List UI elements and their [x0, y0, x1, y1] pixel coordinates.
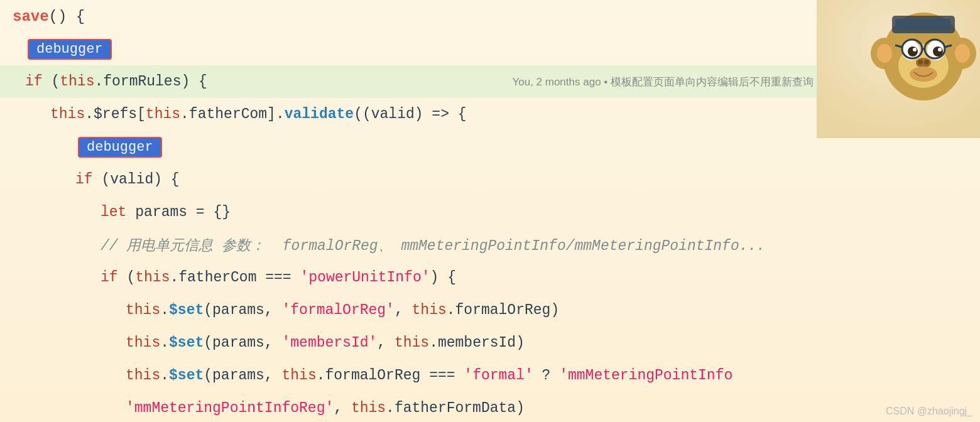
svg-point-9	[908, 46, 918, 57]
line11-params1: (params,	[204, 335, 281, 351]
keyword-this-5: this	[126, 302, 160, 318]
line4-fathercom: .fatherCom].	[180, 106, 285, 122]
code-line-13: 'mmMeteringPointInfoReg' , this .fatherF…	[0, 392, 980, 422]
code-line-12: this . $set (params, this .formalOrReg =…	[0, 359, 980, 392]
line10-comma: ,	[395, 302, 412, 318]
code-editor: save() { debugger if ( this .formRules) …	[0, 0, 980, 422]
method-validate: validate	[285, 106, 354, 122]
line3-rest: .formRules) {	[94, 73, 207, 90]
string-mmmetering-2: 'mmMeteringPointInfoReg'	[126, 400, 334, 416]
git-blame-message: 模板配置页面单向内容编辑后不用重新查询	[607, 76, 814, 88]
comment-line: // 用电单元信息 参数： formalOrReg、 mmMeteringPoi…	[101, 235, 765, 255]
svg-point-14	[918, 60, 923, 65]
line12-middle: .formalOrReg ===	[317, 367, 464, 384]
svg-point-5	[955, 44, 970, 63]
string-powerunit: 'powerUnitInfo'	[300, 269, 430, 286]
code-line-10: this . $set (params, 'formalOrReg' , thi…	[0, 294, 980, 327]
line13-close: .fatherFormData)	[386, 400, 525, 416]
csdn-watermark: CSDN @zhaojingj_	[886, 406, 972, 417]
string-formal: 'formal'	[464, 367, 533, 384]
line3-paren: (	[43, 73, 60, 90]
line12-params1: (params,	[204, 367, 281, 384]
svg-point-12	[938, 48, 942, 51]
line7-rest: params = {}	[126, 204, 231, 220]
method-set-1: $set	[169, 302, 204, 318]
git-blame-ago: ago	[580, 76, 604, 88]
line9-middle: .fatherCom ===	[170, 269, 300, 286]
svg-point-11	[913, 48, 917, 51]
debugger-badge-1: debugger	[28, 39, 112, 60]
git-blame-months: months	[545, 76, 580, 88]
svg-point-3	[877, 44, 892, 63]
keyword-this-6: this	[412, 302, 447, 318]
line11-close: .membersId)	[429, 335, 525, 351]
monkey-svg	[817, 0, 980, 138]
line10-dot: .	[160, 302, 169, 318]
svg-point-16	[910, 67, 937, 82]
string-membersid: 'membersId'	[281, 335, 377, 351]
keyword-if-2: if	[75, 171, 93, 188]
keyword-if-3: if	[101, 269, 118, 286]
keyword-let: let	[101, 204, 126, 220]
svg-point-15	[924, 60, 929, 65]
git-blame-user: You, 2	[512, 76, 545, 88]
keyword-this-11: this	[351, 400, 386, 416]
line13-comma: ,	[334, 400, 351, 416]
keyword-if-1: if	[25, 73, 43, 90]
code-line-8: // 用电单元信息 参数： formalOrReg、 mmMeteringPoi…	[0, 229, 980, 261]
line4-arrow: ((valid) => {	[354, 106, 466, 122]
line10-close: .formalOrReg)	[447, 302, 559, 318]
line11-comma: ,	[377, 335, 395, 351]
keyword-this-7: this	[126, 335, 160, 351]
keyword-save: save	[13, 8, 49, 25]
line9-paren1: (	[118, 269, 136, 286]
debugger-badge-2: debugger	[78, 137, 162, 158]
keyword-this-2: this	[50, 106, 85, 122]
line9-close: ) {	[430, 269, 456, 286]
monkey-avatar	[817, 0, 980, 138]
code-line-7: let params = {}	[0, 196, 980, 229]
keyword-this-3: this	[146, 106, 180, 122]
method-set-2: $set	[169, 335, 204, 351]
method-set-3: $set	[169, 367, 204, 384]
code-line-9: if ( this .fatherCom === 'powerUnitInfo'…	[0, 261, 980, 294]
code-line-6: if (valid) {	[0, 163, 980, 196]
string-formalorreg-1: 'formalOrReg'	[281, 302, 394, 318]
line11-dot: .	[160, 335, 169, 351]
line1-rest: () {	[49, 8, 85, 25]
line6-rest: (valid) {	[93, 171, 180, 188]
csdn-text: CSDN @zhaojingj_	[886, 406, 972, 416]
keyword-this-9: this	[126, 367, 160, 384]
keyword-this-10: this	[281, 367, 316, 384]
keyword-this-8: this	[395, 335, 429, 351]
line12-ternary: ?	[533, 367, 559, 384]
svg-rect-18	[895, 19, 950, 30]
string-mmmetering-1: 'mmMeteringPointInfo	[559, 367, 732, 384]
keyword-this-1: this	[60, 73, 94, 90]
line10-params1: (params,	[204, 302, 281, 318]
keyword-this-4: this	[135, 269, 170, 286]
line12-dot: .	[160, 367, 169, 384]
line4-refs: .$refs[	[85, 106, 146, 122]
git-blame: You, 2 months ago • 模板配置页面单向内容编辑后不用重新查询	[512, 75, 814, 89]
code-line-11: this . $set (params, 'membersId' , this …	[0, 327, 980, 359]
